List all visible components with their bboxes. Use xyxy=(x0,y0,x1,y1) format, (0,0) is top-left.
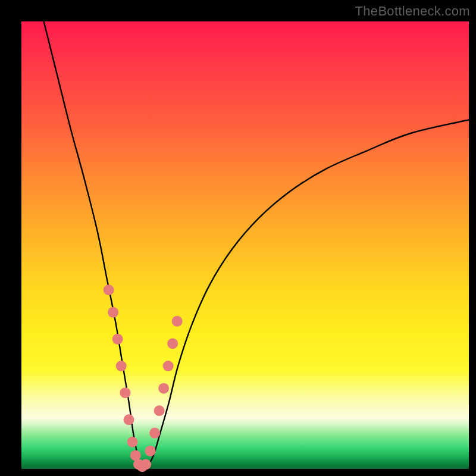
data-point xyxy=(149,428,160,439)
data-point xyxy=(154,405,165,416)
data-point xyxy=(167,338,178,349)
chart-svg xyxy=(21,21,469,469)
data-point xyxy=(163,361,174,371)
watermark-text: TheBottleneck.com xyxy=(355,4,470,19)
data-point xyxy=(158,383,169,394)
data-point xyxy=(172,316,183,327)
data-point xyxy=(123,414,134,425)
data-point xyxy=(108,307,118,318)
data-point xyxy=(120,387,130,398)
data-point xyxy=(140,459,151,469)
data-point xyxy=(145,446,156,456)
data-point xyxy=(104,284,114,295)
data-point xyxy=(112,334,123,345)
plot-area xyxy=(21,21,469,469)
chart-frame: TheBottleneck.com xyxy=(0,0,476,476)
data-point xyxy=(116,361,127,371)
bottleneck-curve xyxy=(44,21,469,468)
marker-layer xyxy=(104,284,183,472)
curve-layer xyxy=(44,21,469,468)
data-point xyxy=(127,437,138,447)
